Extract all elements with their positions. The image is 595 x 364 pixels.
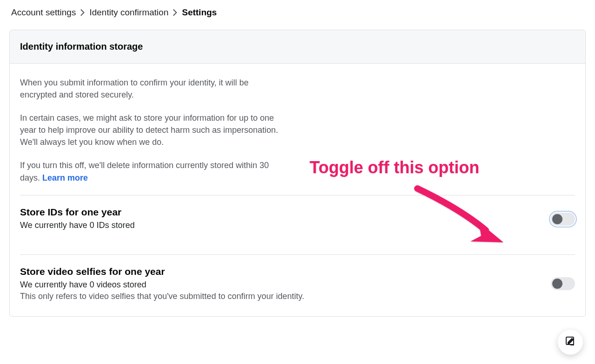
breadcrumb-account-settings[interactable]: Account settings xyxy=(11,7,76,18)
store-videos-note: This only refers to video selfies that y… xyxy=(20,292,542,301)
card-header: Identity information storage xyxy=(10,30,585,64)
card-description: When you submit information to confirm y… xyxy=(20,77,280,184)
edit-icon xyxy=(565,336,576,349)
card-paragraph: If you turn this off, we'll delete infor… xyxy=(20,159,280,183)
chevron-right-icon xyxy=(80,9,85,16)
breadcrumb: Account settings Identity confirmation S… xyxy=(9,0,586,30)
store-videos-title: Store video selfies for one year xyxy=(20,266,542,277)
card-body: When you submit information to confirm y… xyxy=(10,64,585,316)
breadcrumb-settings: Settings xyxy=(182,7,217,18)
store-videos-toggle[interactable] xyxy=(551,277,575,290)
store-ids-subtitle: We currently have 0 IDs stored xyxy=(20,221,542,230)
store-videos-row: Store video selfies for one year We curr… xyxy=(20,255,575,306)
edit-fab[interactable] xyxy=(558,330,583,355)
breadcrumb-identity-confirmation[interactable]: Identity confirmation xyxy=(89,7,168,18)
store-ids-title: Store IDs for one year xyxy=(20,207,542,218)
store-ids-toggle[interactable] xyxy=(551,213,575,226)
store-videos-subtitle: We currently have 0 videos stored xyxy=(20,280,542,290)
identity-storage-card: Identity information storage When you su… xyxy=(9,30,586,317)
store-ids-row: Store IDs for one year We currently have… xyxy=(20,195,575,243)
annotation-text: Toggle off this option xyxy=(310,158,479,177)
card-title: Identity information storage xyxy=(20,41,575,52)
card-paragraph: When you submit information to confirm y… xyxy=(20,77,280,101)
card-paragraph: In certain cases, we might ask to store … xyxy=(20,112,280,148)
learn-more-link[interactable]: Learn more xyxy=(42,173,88,182)
chevron-right-icon xyxy=(173,9,177,16)
